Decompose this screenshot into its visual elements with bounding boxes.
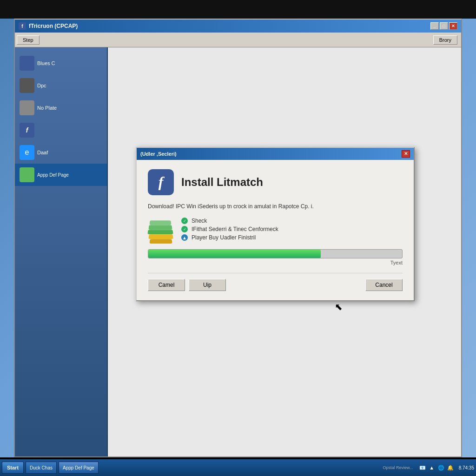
status-dot-1: ✓ bbox=[181, 218, 188, 224]
uip-button[interactable]: Uip bbox=[189, 279, 226, 291]
dialog-title: Install Litmatch bbox=[181, 176, 263, 189]
app-icon: f bbox=[148, 169, 174, 195]
dialog-titlebar: (Udler ,Secleri) ✕ bbox=[137, 148, 414, 160]
bluestacks-icon bbox=[148, 218, 174, 244]
status-text-1: Sheck bbox=[192, 218, 207, 224]
install-dialog: (Udler ,Secleri) ✕ f Install Litmatch Do… bbox=[136, 147, 415, 302]
status-text-3: Player Buy Uadler Finistril bbox=[192, 234, 256, 241]
dialog-close-button[interactable]: ✕ bbox=[402, 150, 410, 158]
dialog-buttons: Camel Uip Cancel bbox=[148, 273, 403, 291]
status-dot-2: ✓ bbox=[181, 226, 188, 232]
dialog-overlay: (Udler ,Secleri) ✕ f Install Litmatch Do… bbox=[0, 0, 476, 476]
camel-button[interactable]: Camel bbox=[148, 279, 185, 291]
dialog-description: Download! IPC Win iSederis up tn crock i… bbox=[148, 203, 403, 211]
status-text-2: IFithat Sederri & Tinec Cenformeck bbox=[192, 226, 278, 232]
dialog-header: f Install Litmatch bbox=[148, 169, 403, 195]
status-item-3: ▲ Player Buy Uadler Finistril bbox=[181, 234, 278, 241]
progress-bar-fill bbox=[148, 250, 321, 258]
status-dot-3: ▲ bbox=[181, 234, 188, 241]
progress-section: Tyext bbox=[148, 249, 403, 265]
status-item-1: ✓ Sheck bbox=[181, 218, 278, 224]
dialog-title-bar-text: (Udler ,Secleri) bbox=[140, 151, 177, 157]
dialog-body: f Install Litmatch Download! IPC Win iSe… bbox=[137, 160, 414, 301]
cancel-button[interactable]: Cancel bbox=[365, 279, 403, 291]
status-item-2: ✓ IFithat Sederri & Tinec Cenformeck bbox=[181, 226, 278, 232]
progress-bar-container bbox=[148, 249, 403, 258]
progress-label: Tyext bbox=[148, 260, 403, 265]
status-list: ✓ Sheck ✓ IFithat Sederri & Tinec Cenfor… bbox=[181, 218, 278, 241]
